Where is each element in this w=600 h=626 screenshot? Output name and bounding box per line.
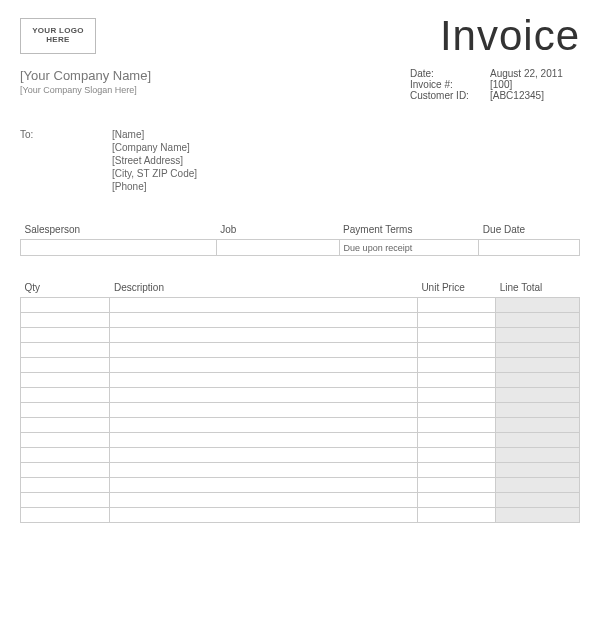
cell-line-total[interactable]: [496, 328, 580, 343]
meta-invoice-no-label: Invoice #:: [410, 79, 490, 90]
line-item-row: [21, 493, 580, 508]
cell-line-total[interactable]: [496, 343, 580, 358]
cell-line-total[interactable]: [496, 493, 580, 508]
cell-description[interactable]: [110, 373, 417, 388]
line-item-row: [21, 358, 580, 373]
cell-description[interactable]: [110, 358, 417, 373]
bill-to-block: To: [Name] [Company Name] [Street Addres…: [20, 129, 580, 194]
company-slogan: [Your Company Slogan Here]: [20, 85, 151, 95]
cell-qty[interactable]: [21, 463, 110, 478]
cell-description[interactable]: [110, 448, 417, 463]
line-item-row: [21, 463, 580, 478]
cell-unit-price[interactable]: [417, 343, 495, 358]
cell-qty[interactable]: [21, 313, 110, 328]
cell-job[interactable]: [216, 240, 339, 256]
cell-qty[interactable]: [21, 508, 110, 523]
cell-qty[interactable]: [21, 298, 110, 313]
line-item-row: [21, 403, 580, 418]
cell-description[interactable]: [110, 343, 417, 358]
meta-date-value: August 22, 2011: [490, 68, 580, 79]
logo-placeholder: YOUR LOGO HERE: [20, 18, 96, 54]
cell-line-total[interactable]: [496, 298, 580, 313]
cell-description[interactable]: [110, 433, 417, 448]
line-item-row: [21, 418, 580, 433]
line-item-row: [21, 313, 580, 328]
cell-unit-price[interactable]: [417, 328, 495, 343]
cell-description[interactable]: [110, 313, 417, 328]
cell-line-total[interactable]: [496, 463, 580, 478]
cell-description[interactable]: [110, 508, 417, 523]
sub-header: [Your Company Name] [Your Company Slogan…: [20, 68, 580, 101]
cell-qty[interactable]: [21, 373, 110, 388]
cell-unit-price[interactable]: [417, 403, 495, 418]
line-item-row: [21, 298, 580, 313]
cell-unit-price[interactable]: [417, 448, 495, 463]
cell-description[interactable]: [110, 418, 417, 433]
meta-date-label: Date:: [410, 68, 490, 79]
cell-line-total[interactable]: [496, 358, 580, 373]
cell-description[interactable]: [110, 478, 417, 493]
cell-unit-price[interactable]: [417, 508, 495, 523]
cell-unit-price[interactable]: [417, 313, 495, 328]
line-item-row: [21, 373, 580, 388]
header-qty: Qty: [21, 278, 110, 298]
cell-qty[interactable]: [21, 328, 110, 343]
header-salesperson: Salesperson: [21, 220, 217, 240]
bill-to-label: To:: [20, 129, 112, 194]
invoice-title: Invoice: [440, 12, 580, 60]
cell-due-date[interactable]: [479, 240, 580, 256]
line-items-table: Qty Description Unit Price Line Total: [20, 278, 580, 523]
cell-line-total[interactable]: [496, 373, 580, 388]
cell-line-total[interactable]: [496, 403, 580, 418]
cell-unit-price[interactable]: [417, 373, 495, 388]
cell-salesperson[interactable]: [21, 240, 217, 256]
cell-qty[interactable]: [21, 433, 110, 448]
cell-qty[interactable]: [21, 388, 110, 403]
cell-qty[interactable]: [21, 493, 110, 508]
cell-line-total[interactable]: [496, 448, 580, 463]
cell-unit-price[interactable]: [417, 418, 495, 433]
cell-qty[interactable]: [21, 478, 110, 493]
cell-unit-price[interactable]: [417, 388, 495, 403]
cell-qty[interactable]: [21, 343, 110, 358]
cell-qty[interactable]: [21, 418, 110, 433]
cell-unit-price[interactable]: [417, 358, 495, 373]
job-info-row: Due upon receipt: [21, 240, 580, 256]
cell-qty[interactable]: [21, 403, 110, 418]
job-info-table: Salesperson Job Payment Terms Due Date D…: [20, 220, 580, 256]
cell-description[interactable]: [110, 403, 417, 418]
cell-unit-price[interactable]: [417, 433, 495, 448]
bill-to-phone: [Phone]: [112, 181, 197, 192]
cell-line-total[interactable]: [496, 388, 580, 403]
header-payment-terms: Payment Terms: [339, 220, 479, 240]
line-item-row: [21, 388, 580, 403]
cell-unit-price[interactable]: [417, 298, 495, 313]
cell-line-total[interactable]: [496, 478, 580, 493]
cell-qty[interactable]: [21, 358, 110, 373]
line-item-row: [21, 433, 580, 448]
company-name: [Your Company Name]: [20, 68, 151, 83]
bill-to-name: [Name]: [112, 129, 197, 140]
cell-description[interactable]: [110, 388, 417, 403]
cell-line-total[interactable]: [496, 313, 580, 328]
header-job: Job: [216, 220, 339, 240]
cell-line-total[interactable]: [496, 418, 580, 433]
cell-line-total[interactable]: [496, 508, 580, 523]
header-unit-price: Unit Price: [417, 278, 495, 298]
cell-unit-price[interactable]: [417, 463, 495, 478]
cell-description[interactable]: [110, 463, 417, 478]
cell-unit-price[interactable]: [417, 493, 495, 508]
cell-unit-price[interactable]: [417, 478, 495, 493]
cell-description[interactable]: [110, 328, 417, 343]
cell-qty[interactable]: [21, 448, 110, 463]
company-block: [Your Company Name] [Your Company Slogan…: [20, 68, 151, 101]
line-item-row: [21, 508, 580, 523]
header-due-date: Due Date: [479, 220, 580, 240]
line-item-row: [21, 328, 580, 343]
line-item-row: [21, 448, 580, 463]
cell-line-total[interactable]: [496, 433, 580, 448]
cell-payment-terms[interactable]: Due upon receipt: [339, 240, 479, 256]
bill-to-city: [City, ST ZIP Code]: [112, 168, 197, 179]
cell-description[interactable]: [110, 298, 417, 313]
cell-description[interactable]: [110, 493, 417, 508]
